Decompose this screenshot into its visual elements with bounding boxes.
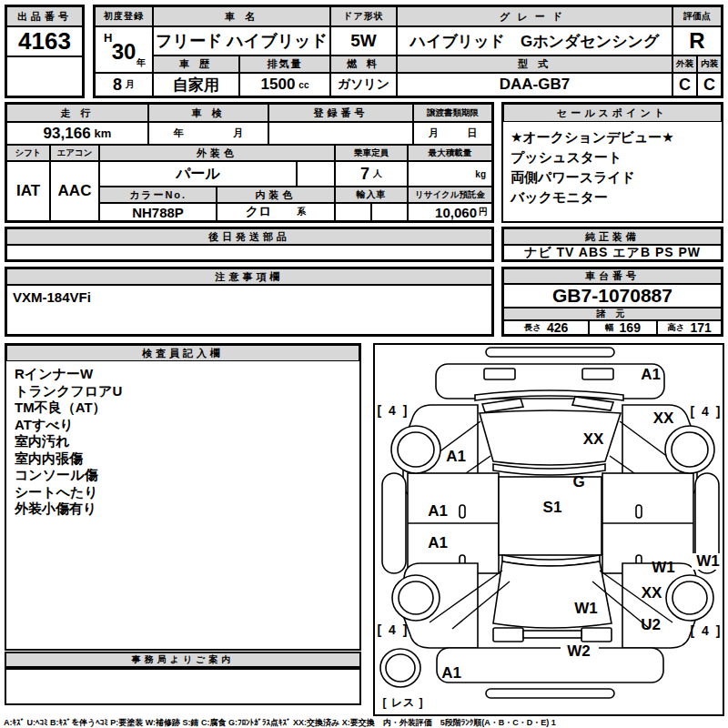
front-left-wheel-inner xyxy=(398,432,434,467)
car-history-value: 自家用 xyxy=(153,73,239,96)
rear-bumper xyxy=(437,648,663,682)
left-rocker-panel xyxy=(382,473,406,573)
interior-grade-header: 内装 xyxy=(697,56,722,73)
car-history-header: 車 歴 xyxy=(153,56,239,73)
sales-point-line: バックモニター xyxy=(511,187,714,207)
max-load-header: 最大積載量 xyxy=(408,145,492,161)
car-name-header: 車 名 xyxy=(153,6,330,26)
registration-number-header: 登録番号 xyxy=(268,104,413,122)
vehicle-header-band: 初度登録 H 30 年 8 月 車 名 フリード ハイブリッド 車 歴 自家用 … xyxy=(93,5,723,98)
damage-label: A1 xyxy=(428,534,448,551)
recycle-deposit-value: 10,060 円 xyxy=(408,203,492,221)
inspector-notes-header: 検査員記入欄 xyxy=(6,345,359,361)
inspector-note: RインナーW xyxy=(15,366,351,383)
sales-points-list: ★オークションデビュー★ プッシュスタート 両側パワースライド バックモニター xyxy=(503,122,722,221)
capacity-header: 乗車定員 xyxy=(335,145,408,161)
damage-label: S1 xyxy=(543,499,562,516)
exterior-grade-value: C xyxy=(672,73,697,96)
damage-label: W1 xyxy=(696,552,720,570)
tire-depth-label: [ 4 ] xyxy=(691,404,723,419)
auction-sheet: 出品番号 4163 初度登録 H 30 年 8 月 車 名 フリード ハイブリッ… xyxy=(0,0,728,728)
left-front-door-handle xyxy=(460,505,465,518)
later-parts-box: 後日発送部品 xyxy=(5,227,494,262)
damage-label: XX xyxy=(583,430,604,448)
color-number-header: カラーNo. xyxy=(99,187,217,203)
tail-light-right xyxy=(581,628,612,642)
car-damage-diagram: A1 [ 4 ] [ 4 ] XX XX A1 G S1 A1 A1 W1 W1… xyxy=(375,345,723,714)
registration-number-value xyxy=(268,122,413,145)
grade-value: ハイブリッド Gホンダセンシング xyxy=(397,26,672,56)
chassis-box: 車台番号 GB7-1070887 諸 元 長さ 426 幅 169 高さ 171 xyxy=(501,267,723,337)
later-parts-value xyxy=(6,245,492,260)
front-right-wheel-inner xyxy=(672,432,708,467)
damage-label: A1 xyxy=(428,502,448,520)
spec-width: 幅 169 xyxy=(589,320,657,335)
sales-point-line: プッシュスタート xyxy=(511,147,714,167)
specs-header: 諸 元 xyxy=(503,308,722,320)
recycle-deposit-header: リサイクル預託金 xyxy=(408,187,492,203)
office-info-value xyxy=(5,668,361,705)
office-info-header: 事務局よりご案内 xyxy=(5,652,361,668)
score-header: 評価点 xyxy=(672,6,722,26)
right-front-door-handle xyxy=(636,505,642,518)
interior-grade-value: C xyxy=(697,73,722,96)
damage-label: A1 xyxy=(441,664,461,682)
rear-window xyxy=(493,561,612,628)
exterior-color-sub-cell xyxy=(297,161,335,187)
import-car-header: 輸入車 xyxy=(335,187,408,203)
damage-code-legend: A:ｷｽﾞ U:ﾍｺﾐ B:ｷｽﾞを伴うﾍｺﾐ P:要塗装 W:補修跡 S:錆 … xyxy=(4,717,726,728)
damage-label: A1 xyxy=(446,448,466,465)
inspector-note: 外装小傷有り xyxy=(15,500,351,518)
sales-points-header: セールスポイント xyxy=(503,104,722,122)
front-grille-left xyxy=(484,369,515,379)
car-name-value: フリード ハイブリッド xyxy=(153,26,330,56)
spec-height: 高さ 171 xyxy=(657,320,722,335)
inspector-note: ATすべり xyxy=(15,417,351,434)
exterior-color-header: 外装色 xyxy=(99,145,335,161)
auction-number-header: 出品番号 xyxy=(6,6,83,26)
sales-points-box: セールスポイント ★オークションデビュー★ プッシュスタート 両側パワースライド… xyxy=(501,102,723,223)
damage-label: A1 xyxy=(641,366,661,383)
auction-number-box: 出品番号 4163 xyxy=(5,5,85,98)
later-parts-header: 後日発送部品 xyxy=(6,228,492,245)
roof xyxy=(499,477,602,555)
rear-right-wheel-inner xyxy=(672,581,707,614)
damage-label: G xyxy=(572,473,584,490)
tire-depth-label: [ 4 ] xyxy=(378,403,410,418)
inspector-note: コンソール傷 xyxy=(15,467,351,484)
equipment-header: 純正装備 xyxy=(503,228,722,245)
grade-header: グレード xyxy=(397,6,672,26)
tail-panel-bar xyxy=(523,631,581,638)
inspector-notes-box: 検査員記入欄 RインナーW トランクフロアU TM不良（AT） ATすべり 室内… xyxy=(5,343,361,651)
model-code-header: 型 式 xyxy=(397,56,672,73)
inspection-header: 車 検 xyxy=(148,104,268,122)
first-registration-year: H 30 年 xyxy=(95,26,153,73)
tire-depth-label: [ 4 ] xyxy=(691,623,723,638)
damage-label: W2 xyxy=(567,642,591,660)
damage-label: W1 xyxy=(652,559,675,576)
sales-point-line: 両側パワースライド xyxy=(511,167,714,187)
damage-label: XX xyxy=(653,410,674,427)
inspection-value: 年 月 xyxy=(148,122,268,145)
fuel-value: ガソリン xyxy=(330,73,397,96)
door-shape-value: 5W xyxy=(330,26,397,56)
tail-light-left xyxy=(493,628,523,642)
displacement-value: 1500 cc xyxy=(239,73,330,96)
interior-color-header: 内装色 xyxy=(217,187,335,203)
inspector-note: TM不良（AT） xyxy=(15,399,351,417)
exterior-grade-header: 外装 xyxy=(672,56,697,73)
mileage-value: 93,166 km xyxy=(6,122,148,145)
interior-color-value: クロ 系 xyxy=(217,203,335,221)
notes-box: 注意事項欄 VXM-184VFi xyxy=(5,267,494,337)
spare-tire-inner xyxy=(386,654,415,682)
inspector-note: 室内内張傷 xyxy=(15,450,351,468)
mileage-header: 走 行 xyxy=(6,104,148,122)
equipment-value: ナビ TV ABS エアB PS PW xyxy=(503,245,722,260)
front-grille-right xyxy=(582,369,613,379)
tire-depth-label: [ 4 ] xyxy=(378,622,410,637)
auction-number-empty-cell xyxy=(6,56,83,96)
transfer-deadline-value: 月 日 xyxy=(413,122,492,145)
chassis-value: GB7-1070887 xyxy=(503,284,722,308)
equipment-box: 純正装備 ナビ TV ABS エアB PS PW xyxy=(501,227,723,262)
door-shape-header: ドア形状 xyxy=(330,6,397,26)
